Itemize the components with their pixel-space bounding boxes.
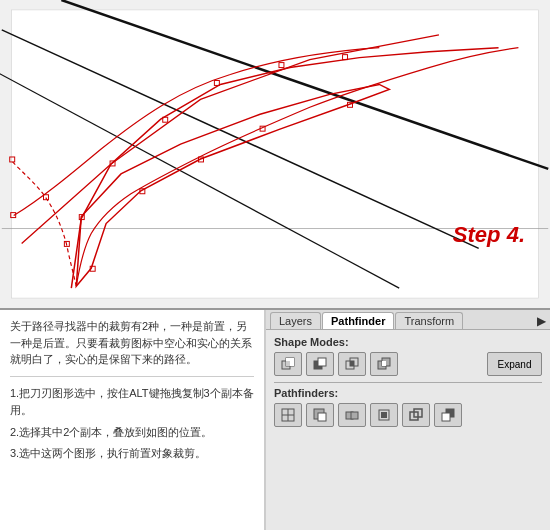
pathfinder-crop-button[interactable] (370, 403, 398, 427)
pathfinder-outline-button[interactable] (402, 403, 430, 427)
svg-rect-24 (286, 361, 290, 366)
shape-modes-label: Shape Modes: (274, 336, 542, 348)
shape-modes-row: Expand (274, 352, 542, 376)
instruction-2: 2.选择其中2个副本，叠放到如图的位置。 (10, 424, 254, 442)
instructions-panel: 关于路径寻找器中的裁剪有2种，一种是前置，另一种是后置。只要看裁剪图标中空心和实… (0, 310, 265, 530)
main-container: 思绪设计论坛 www.MISSVUAN.com 第七城市 www.7hire.c… (0, 0, 550, 530)
svg-rect-26 (318, 358, 326, 366)
canvas-area: 思绪设计论坛 www.MISSVUAN.com 第七城市 www.7hire.c… (0, 0, 550, 310)
merge-icon (344, 407, 360, 423)
divider-1 (274, 382, 542, 383)
crop-icon (376, 407, 392, 423)
divide-icon (280, 407, 296, 423)
svg-rect-32 (382, 361, 386, 366)
unite-icon (280, 356, 296, 372)
exclude-icon (376, 356, 392, 372)
svg-rect-1 (12, 10, 539, 298)
expand-button[interactable]: Expand (487, 352, 542, 376)
intersect-icon (344, 356, 360, 372)
pathfinder-trim-button[interactable] (306, 403, 334, 427)
pathfinder-minus-back-button[interactable] (434, 403, 462, 427)
step-label: Step 4. (453, 222, 525, 248)
shape-intersect-button[interactable] (338, 352, 366, 376)
tab-pathfinder[interactable]: Pathfinder (322, 312, 394, 329)
pathfinders-row (274, 403, 542, 427)
outline-icon (408, 407, 424, 423)
tab-transform[interactable]: Transform (395, 312, 463, 329)
svg-rect-29 (350, 361, 354, 366)
canvas-svg (0, 0, 550, 308)
instruction-1: 1.把刀刃图形选中，按住ALT键拖拽复制3个副本备用。 (10, 385, 254, 420)
pathfinder-merge-button[interactable] (338, 403, 366, 427)
panel-tabs: Layers Pathfinder Transform ▶ (266, 310, 550, 330)
right-panel: Layers Pathfinder Transform ▶ Shape Mode… (265, 310, 550, 530)
description-text: 关于路径寻找器中的裁剪有2种，一种是前置，另一种是后置。只要看裁剪图标中空心和实… (10, 318, 254, 377)
subtract-icon (312, 356, 328, 372)
pathfinder-content: Shape Modes: (266, 330, 550, 530)
panel-arrow-icon[interactable]: ▶ (537, 314, 546, 328)
pathfinder-divide-button[interactable] (274, 403, 302, 427)
bottom-area: 关于路径寻找器中的裁剪有2种，一种是前置，另一种是后置。只要看裁剪图标中空心和实… (0, 310, 550, 530)
svg-rect-37 (318, 413, 326, 421)
instruction-3: 3.选中这两个图形，执行前置对象裁剪。 (10, 445, 254, 463)
shape-unite-button[interactable] (274, 352, 302, 376)
minus-back-icon (440, 407, 456, 423)
pathfinders-label: Pathfinders: (274, 387, 542, 399)
svg-rect-41 (381, 412, 387, 418)
shape-exclude-button[interactable] (370, 352, 398, 376)
trim-icon (312, 407, 328, 423)
tab-layers[interactable]: Layers (270, 312, 321, 329)
svg-rect-45 (442, 413, 450, 421)
shape-subtract-button[interactable] (306, 352, 334, 376)
svg-rect-39 (351, 412, 358, 419)
